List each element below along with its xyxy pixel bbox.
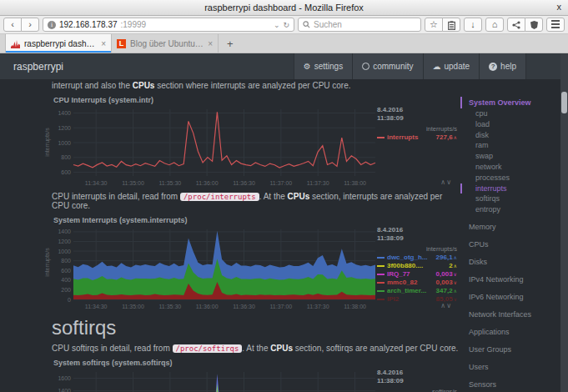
legend-arch-timer[interactable]: arch_timer...347,2∧ (377, 287, 457, 295)
netdata-header: raspberrypi ⚙ settings community ☁ updat… (0, 53, 568, 79)
settings-button[interactable]: ⚙ settings (294, 53, 352, 79)
svg-text:11:35:00: 11:35:00 (122, 180, 144, 186)
tab-label: raspberrypi dashboard (24, 39, 97, 48)
tab-raspberrypi-dashboard[interactable]: raspberrypi dashboard × (5, 34, 112, 53)
window-close-button[interactable]: x (557, 2, 562, 12)
y-axis-label: softirqs/s (42, 369, 52, 392)
download-icon: ↓ (470, 19, 475, 29)
bookmarks-menu-button[interactable] (442, 18, 460, 32)
sidebar-item-ipv6-networking[interactable]: IPv6 Networking (460, 291, 557, 303)
chart-plot-area[interactable]: 60080010001200140011:34:3011:35:0011:35:… (52, 106, 377, 188)
back-button[interactable]: ‹ (3, 18, 22, 32)
legend-units: interrupts/s (377, 125, 457, 133)
sidebar-item-processes[interactable]: processes (460, 173, 557, 183)
chart-system-interrupts[interactable]: System Interrupts (system.interrupts)int… (42, 213, 459, 311)
sidebar-item-disks[interactable]: Disks (460, 256, 557, 268)
tab-close-icon[interactable]: × (101, 39, 106, 48)
sidebar-item-network-interfaces[interactable]: Network Interfaces (460, 309, 557, 320)
y-axis-label: interrupts/s (42, 226, 52, 311)
sidebar-item-memory[interactable]: Memory (460, 221, 557, 233)
legend-units: softirqs/s (377, 388, 457, 392)
search-icon (303, 21, 310, 28)
forward-button[interactable]: › (21, 18, 39, 32)
sidebar-item-ipv4-networking[interactable]: IPv4 Networking (460, 274, 557, 285)
chart-title: System softirqs (system.softirqs) (42, 359, 459, 369)
community-label: community (373, 62, 413, 71)
reload-icon[interactable]: ↻ (283, 21, 289, 29)
interrupts-description: CPU interrupts in detail, read from /pro… (0, 188, 460, 213)
scrollbar-thumb[interactable] (561, 92, 567, 113)
share-button[interactable] (507, 18, 525, 32)
chart-resize-icon[interactable]: ∧∨ (440, 302, 452, 309)
sidebar-item-disk[interactable]: disk (460, 130, 557, 141)
softirqs-heading: softirqs (0, 311, 460, 339)
sidebar-item-applications[interactable]: Applications (460, 326, 557, 338)
tab-label: Blog über Ubuntu, Lin... (130, 39, 204, 48)
sidebar-item-users[interactable]: Users (460, 361, 557, 373)
legend-swatch (377, 299, 385, 300)
menu-button[interactable] (546, 18, 565, 32)
chart-row: interrupts/s60080010001200140011:34:3011… (42, 106, 459, 188)
tab-close-icon[interactable]: × (208, 39, 213, 48)
chart-legend: 8.4.201611:38:09softirqs/sHI37,96∧TIMER1… (377, 369, 457, 392)
legend-mmc0-82[interactable]: mmc0_820,003∨ (377, 279, 457, 287)
chart-title: CPU Interrupts (system.intr) (42, 96, 459, 106)
url-host: 192.168.178.37 (59, 20, 118, 29)
legend-swatch (377, 282, 385, 284)
chart-plot-area[interactable]: 600800100012001400160011:34:3011:35:0011… (52, 369, 377, 392)
sidebar-item-user-groups[interactable]: User Groups (460, 344, 557, 355)
shield-icon (530, 21, 538, 29)
chart-cpu-interrupts[interactable]: CPU Interrupts (system.intr)interrupts/s… (42, 93, 459, 188)
legend-swatch (377, 290, 385, 292)
svg-text:11:36:00: 11:36:00 (196, 180, 219, 186)
url-bar[interactable]: i 192.168.178.37:19999 ⌄ ↻ (43, 18, 294, 32)
window-titlebar: raspberrypi dashboard - Mozilla Firefox … (0, 0, 568, 16)
chart-title: System Interrupts (system.interrupts) (42, 216, 459, 226)
section-nav-sidebar: System Overviewcpuloaddiskramswapnetwork… (460, 91, 557, 392)
page-scrollbar[interactable] (560, 53, 568, 392)
url-port: :19999 (121, 20, 147, 29)
sidebar-item-system-overview[interactable]: System Overview (460, 97, 557, 108)
chart-date: 8.4.2016 (377, 226, 457, 234)
new-tab-button[interactable]: + (227, 38, 234, 50)
svg-text:1400: 1400 (58, 229, 71, 234)
netdata-hostname[interactable]: raspberrypi (0, 61, 294, 73)
chart-row: interrupts/s020040060080010001200140011:… (42, 226, 459, 311)
legend-3f00b880[interactable]: 3f00b880....2∧ (377, 262, 457, 270)
sidebar-item-cpus[interactable]: CPUs (460, 239, 557, 250)
shield-button[interactable] (525, 18, 543, 32)
bookmark-star-button[interactable]: ☆ (425, 18, 443, 32)
chart-resize-icon[interactable]: ∧∨ (440, 178, 452, 186)
community-button[interactable]: community (352, 53, 422, 79)
community-icon (362, 63, 369, 70)
sidebar-item-softirqs[interactable]: softirqs (460, 193, 557, 204)
chart-system-softirqs[interactable]: System softirqs (system.softirqs)softirq… (42, 355, 459, 392)
settings-label: settings (314, 62, 343, 71)
help-button[interactable]: ? help (479, 53, 526, 79)
home-button[interactable]: ⌂ (485, 18, 504, 32)
sidebar-item-interrupts[interactable]: interrupts (460, 183, 557, 194)
site-info-icon[interactable]: i (48, 21, 56, 29)
sidebar-item-sensors[interactable]: Sensors (460, 379, 557, 390)
sidebar-item-entropy[interactable]: entropy (460, 204, 557, 215)
sidebar-item-network[interactable]: network (460, 162, 557, 173)
chart-plot-area[interactable]: 020040060080010001200140011:34:3011:35:0… (52, 226, 377, 311)
tab-blog[interactable]: L Blog über Ubuntu, Lin... × (112, 34, 219, 53)
chevron-down-icon[interactable]: ⌄ (274, 21, 280, 29)
browser-toolbar: ‹ › i 192.168.178.37:19999 ⌄ ↻ Suchen ☆ … (0, 16, 568, 34)
legend-dwc-otg-h[interactable]: dwc_otg_h...296,1∧ (377, 254, 457, 262)
sidebar-item-cpu[interactable]: cpu (460, 108, 557, 119)
search-input[interactable]: Suchen (298, 18, 421, 32)
svg-text:800: 800 (61, 154, 71, 160)
update-button[interactable]: ☁ update (423, 53, 480, 79)
sidebar-item-swap[interactable]: swap (460, 151, 557, 162)
legend-irq-77[interactable]: IRQ_770,003∨ (377, 270, 457, 279)
main-content: interrupt and also the CPUs section wher… (0, 79, 460, 392)
sidebar-item-ram[interactable]: ram (460, 140, 557, 151)
downloads-button[interactable]: ↓ (464, 18, 482, 32)
legend-swatch (377, 257, 385, 259)
svg-text:11:36:30: 11:36:30 (233, 304, 255, 309)
chart-time: 11:38:09 (377, 234, 457, 243)
legend-interrupts[interactable]: interrupts727,6∧ (377, 133, 457, 142)
sidebar-item-load[interactable]: load (460, 119, 557, 130)
